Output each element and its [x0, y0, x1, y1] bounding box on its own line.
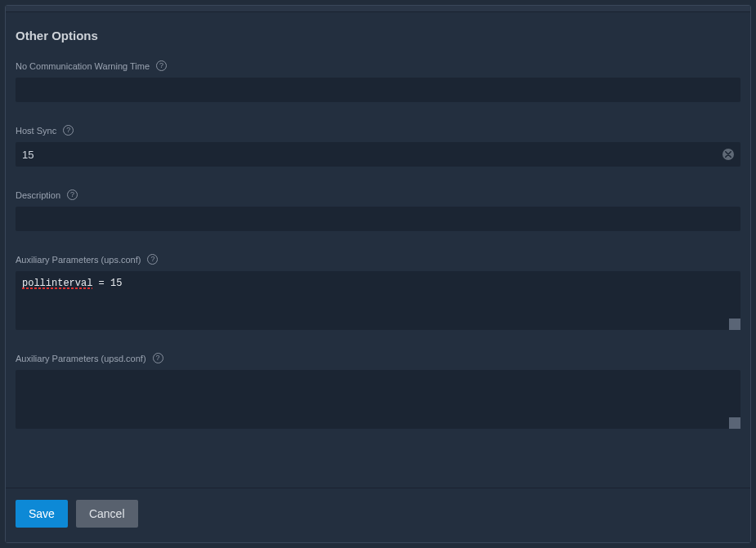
help-icon[interactable]: ? [67, 189, 78, 200]
nocomm-input[interactable] [16, 78, 740, 102]
description-label: Description [16, 190, 60, 200]
other-options-section: Other Options No Communication Warning T… [6, 12, 750, 488]
aux-upsd-textarea[interactable] [16, 370, 740, 429]
aux-ups-label: Auxiliary Parameters (ups.conf) [16, 255, 141, 265]
field-nocomm: No Communication Warning Time ? [16, 60, 740, 102]
resize-handle[interactable] [729, 417, 740, 429]
resize-handle[interactable] [729, 319, 740, 330]
cancel-button[interactable]: Cancel [76, 500, 138, 528]
field-hostsync: Host Sync ? [16, 125, 740, 167]
help-icon[interactable]: ? [63, 125, 74, 136]
hostsync-label: Host Sync [16, 126, 56, 136]
save-button[interactable]: Save [16, 500, 68, 528]
clear-icon[interactable] [722, 149, 734, 160]
help-icon[interactable]: ? [156, 60, 167, 71]
description-input[interactable] [16, 207, 740, 231]
help-icon[interactable]: ? [147, 254, 158, 265]
help-icon[interactable]: ? [153, 353, 163, 363]
aux-upsd-label: Auxiliary Parameters (upsd.conf) [16, 354, 146, 363]
settings-panel: Other Options No Communication Warning T… [5, 5, 751, 543]
section-title: Other Options [16, 29, 740, 42]
nocomm-label: No Communication Warning Time [16, 61, 150, 71]
button-bar: Save Cancel [6, 488, 750, 542]
field-aux-ups: Auxiliary Parameters (ups.conf) ? [16, 254, 740, 330]
panel-divider [6, 6, 750, 12]
hostsync-input[interactable] [16, 142, 740, 167]
aux-ups-textarea[interactable] [16, 271, 740, 330]
field-description: Description ? [16, 189, 740, 231]
field-aux-upsd: Auxiliary Parameters (upsd.conf) ? [16, 353, 740, 429]
